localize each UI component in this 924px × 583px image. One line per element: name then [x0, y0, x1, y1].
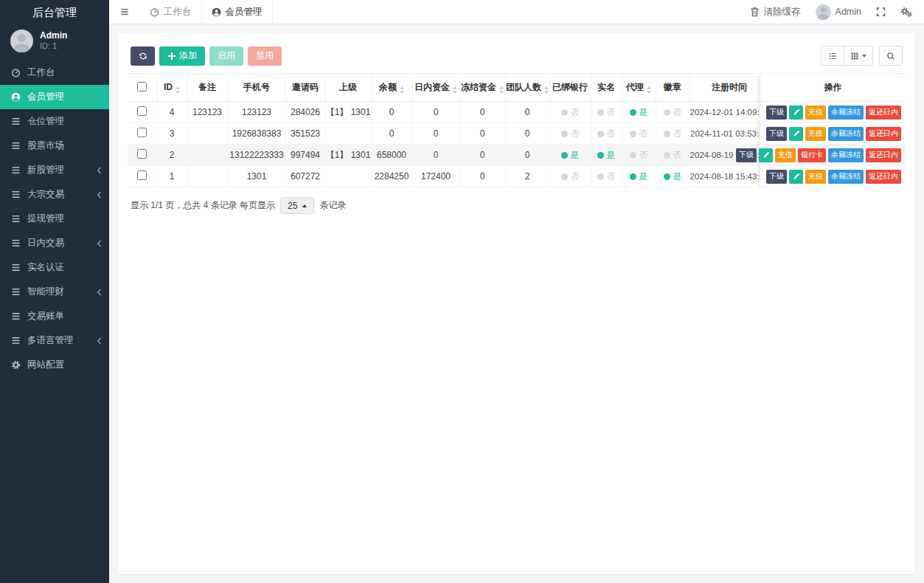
return-intraday-button[interactable]: 返还日内 [866, 106, 901, 120]
recharge-button[interactable]: 充值 [805, 106, 826, 120]
sidebar-item-block-trade[interactable]: 大宗交易 [0, 182, 109, 207]
status-dot [561, 173, 568, 180]
cell-id: 3 [157, 123, 187, 145]
recharge-button[interactable]: 充值 [805, 170, 826, 184]
sort-icon[interactable] [647, 86, 651, 94]
sidebar-item-kyc[interactable]: 实名认证 [0, 255, 109, 280]
status-dot [630, 152, 636, 159]
header-intraday[interactable]: 日内资金 [412, 74, 459, 102]
edit-button[interactable] [759, 148, 773, 162]
clear-cache-button[interactable]: 清除缓存 [750, 6, 801, 18]
tab-members[interactable]: 会员管理 [201, 0, 273, 24]
row-checkbox[interactable] [137, 149, 147, 159]
cell-parent: 【1】 1301 [325, 102, 371, 123]
status-dot [630, 173, 636, 180]
cell-time: 2024-08-18 15:43:45 [689, 166, 769, 187]
fullscreen-icon[interactable] [876, 7, 886, 17]
sidebar-item-stock-market[interactable]: 股票市场 [0, 134, 109, 158]
cell-time: 2024-08-19 21:30:38 [689, 145, 769, 166]
operations-header: 操作 [760, 73, 906, 102]
return-intraday-button[interactable]: 返还日内 [866, 148, 901, 162]
freeze-balance-button[interactable]: 余额冻结 [828, 127, 864, 141]
recharge-button[interactable]: 充值 [775, 148, 796, 162]
sidebar-item-label: 仓位管理 [27, 115, 64, 128]
sidebar-item-positions[interactable]: 仓位管理 [0, 109, 109, 134]
header-agent[interactable]: 代理 [622, 74, 656, 102]
pencil-icon [763, 151, 770, 159]
sidebar-item-workbench[interactable]: 工作台 [0, 61, 109, 85]
cell-invite: 351523 [285, 123, 325, 145]
subordinate-button[interactable]: 下级 [766, 106, 787, 120]
edit-button[interactable] [789, 127, 803, 141]
status-dot [597, 173, 604, 180]
header-parent: 上级 [325, 74, 371, 102]
sidebar-item-withdrawals[interactable]: 提现管理 [0, 207, 109, 231]
cell-agent: 是 [622, 166, 656, 187]
select-all-checkbox[interactable] [137, 82, 147, 92]
topbar: 工作台 会员管理 清除缓存 Admin [109, 0, 924, 24]
sort-icon[interactable] [176, 86, 180, 94]
refresh-button[interactable] [131, 46, 155, 66]
toolbar: 添加 启用 禁用 [131, 46, 903, 66]
cell-intraday: 172400 [412, 166, 459, 187]
bank-card-button[interactable]: 银行卡 [798, 148, 826, 162]
cell-badge: 否 [656, 145, 689, 166]
edit-button[interactable] [789, 170, 803, 184]
tab-label: 工作台 [164, 6, 192, 18]
sort-icon[interactable] [400, 86, 404, 94]
row-checkbox[interactable] [137, 170, 147, 180]
subordinate-button[interactable]: 下级 [766, 170, 787, 184]
add-label: 添加 [179, 49, 197, 62]
freeze-balance-button[interactable]: 余额冻结 [828, 106, 864, 120]
subordinate-button[interactable]: 下级 [736, 148, 757, 162]
edit-button[interactable] [789, 106, 803, 120]
return-intraday-button[interactable]: 返还日内 [866, 170, 901, 184]
cell-badge: 否 [656, 102, 689, 123]
header-frozen[interactable]: 冻结资金 [459, 74, 505, 102]
search-button[interactable] [879, 46, 903, 66]
sidebar-item-smart-finance[interactable]: 智能理财 [0, 280, 109, 304]
sidebar-item-new-shares[interactable]: 新股管理 [0, 158, 109, 182]
enable-label: 启用 [218, 49, 235, 62]
pencil-icon [793, 130, 800, 137]
sort-icon[interactable] [544, 86, 549, 94]
freeze-balance-button[interactable]: 余额冻结 [828, 170, 864, 184]
page-size-select[interactable]: 25 [280, 197, 314, 214]
tab-workbench[interactable]: 工作台 [140, 0, 201, 24]
columns-button[interactable] [844, 46, 873, 66]
chevron-left-icon [97, 167, 102, 174]
chevron-left-icon [97, 289, 102, 296]
hamburger-icon[interactable] [109, 0, 140, 24]
row-checkbox[interactable] [137, 128, 147, 137]
enable-button[interactable]: 启用 [209, 46, 243, 66]
add-button[interactable]: 添加 [159, 46, 205, 66]
detail-view-button[interactable] [821, 46, 844, 66]
freeze-balance-button[interactable]: 余额冻结 [828, 148, 864, 162]
sort-icon[interactable] [453, 86, 457, 94]
chevron-left-icon [97, 240, 102, 247]
sidebar-item-site-config[interactable]: 网站配置 [0, 353, 109, 377]
sidebar-item-intraday[interactable]: 日内交易 [0, 231, 109, 255]
cell-remark: 123123 [187, 102, 228, 123]
status-dot [597, 131, 604, 137]
header-id[interactable]: ID [157, 74, 187, 102]
return-intraday-button[interactable]: 返还日内 [866, 127, 901, 141]
header-team[interactable]: 团队人数 [505, 74, 549, 102]
cell-invite: 607272 [285, 166, 325, 187]
subordinate-button[interactable]: 下级 [766, 127, 787, 141]
disable-button[interactable]: 禁用 [248, 46, 282, 66]
profile-id: ID: 1 [40, 41, 67, 52]
sidebar-item-multilanguage[interactable]: 多语言管理 [0, 328, 109, 353]
sidebar-item-trade-bills[interactable]: 交易账单 [0, 304, 109, 328]
sort-icon[interactable] [499, 86, 504, 94]
cell-invite: 997494 [285, 145, 325, 166]
sidebar-item-members[interactable]: 会员管理 [0, 85, 109, 109]
cell-remark [187, 145, 228, 166]
header-phone: 手机号 [228, 74, 285, 102]
header-balance[interactable]: 余额 [371, 74, 412, 102]
settings-cogs-icon[interactable] [900, 7, 912, 17]
row-checkbox[interactable] [137, 106, 147, 116]
recharge-button[interactable]: 充值 [805, 127, 826, 141]
avatar [10, 30, 33, 52]
user-menu[interactable]: Admin [816, 4, 861, 20]
